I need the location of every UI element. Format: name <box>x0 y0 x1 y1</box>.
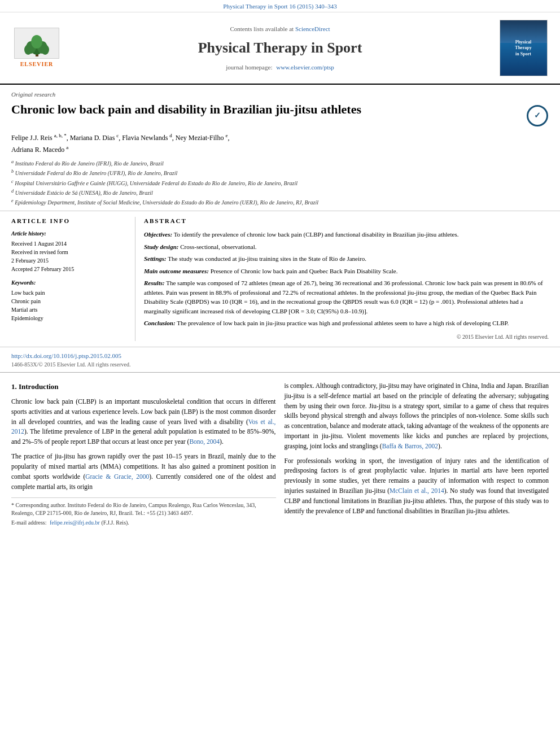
copyright-line: © 2015 Elsevier Ltd. All rights reserved… <box>144 333 549 341</box>
gracie-link[interactable]: Gracie & Gracie, 2000 <box>85 473 149 480</box>
bono-link[interactable]: Bono, 2004 <box>189 438 220 445</box>
elsevier-tree-image <box>14 28 59 59</box>
body-p1-text1: Chronic low back pain (CLBP) is an impor… <box>11 398 276 425</box>
elsevier-logo: ELSEVIER <box>14 28 59 68</box>
conclusion-label: Conclusion: <box>144 320 176 326</box>
author1-name: Felipe J.J. Reis <box>11 134 53 142</box>
abstract-results: Results: The sample was composed of 72 a… <box>144 278 549 316</box>
journal-homepage-line: journal homepage: www.elsevier.com/ptsp <box>226 63 334 72</box>
article-title-row: Chronic low back pain and disability in … <box>11 102 549 127</box>
keyword-1: Low back pain <box>11 289 126 297</box>
abstract-text: Objectives: To identify the prevalence o… <box>144 230 549 341</box>
right-paragraph-1: is complex. Although contradictory, jiu-… <box>285 381 549 452</box>
received-date: Received 1 August 2014 <box>11 240 126 248</box>
journal-header: ELSEVIER Contents lists available at Sci… <box>0 12 560 85</box>
sciencedirect-prefix: Contents lists available at <box>230 25 294 32</box>
sciencedirect-link[interactable]: Contents lists available at ScienceDirec… <box>230 25 330 33</box>
elsevier-brand-text: ELSEVIER <box>20 60 54 68</box>
author2-sup: c <box>116 133 119 138</box>
keyword-2: Chronic pain <box>11 298 126 305</box>
homepage-label: journal homepage: <box>226 64 272 71</box>
corresponding-author-note: * Corresponding author. Instituto Federa… <box>11 501 276 517</box>
email-label: E-mail address: <box>11 519 46 526</box>
journal-title: Physical Therapy in Sport <box>198 38 362 58</box>
affiliation-b: b Universidade Federal do Rio de Janeiro… <box>11 168 549 177</box>
sciencedirect-anchor[interactable]: ScienceDirect <box>295 25 330 32</box>
author3-sup: d <box>169 133 172 138</box>
author1-sup: a, b, * <box>54 133 67 138</box>
svg-point-5 <box>24 45 32 55</box>
body-p1-text2: ). The lifetime prevalence of LBP in the… <box>11 428 276 445</box>
right-p1-text3: ). <box>438 443 442 449</box>
journal-citation-bar: Physical Therapy in Sport 16 (2015) 340–… <box>0 0 560 12</box>
objectives-label: Objectives: <box>144 231 172 238</box>
study-design-label: Study design: <box>144 243 178 250</box>
main-body: 1. Introduction Chronic low back pain (C… <box>0 373 560 534</box>
body-p1-text3: ). <box>220 438 224 445</box>
results-text: The sample was composed of 72 athletes (… <box>144 279 543 314</box>
keyword-4: Epidemiology <box>11 314 126 322</box>
crossmark-icon: ✓ <box>527 105 548 126</box>
revised-date: 2 February 2015 <box>11 257 126 265</box>
keywords-section: Keywords: Low back pain Chronic pain Mar… <box>11 279 126 322</box>
article-info-abstract-section: ARTICLE INFO Article history: Received 1… <box>0 211 560 347</box>
main-outcome-label: Main outcome measures: <box>144 268 209 274</box>
affiliations-section: a Instituto Federal do Rio de Janeiro (I… <box>11 159 549 207</box>
author5-sup: a <box>66 145 68 150</box>
elsevier-logo-section: ELSEVIER <box>0 17 73 79</box>
article-type-label: Original research <box>11 90 549 99</box>
journal-title-section: Contents lists available at ScienceDirec… <box>73 17 487 79</box>
body-paragraph-1: Chronic low back pain (CLBP) is an impor… <box>11 397 276 447</box>
article-header-section: Original research Chronic low back pain … <box>0 85 560 211</box>
affiliation-e: e Epidemiology Department, Institute of … <box>11 198 549 207</box>
article-info-column: ARTICLE INFO Article history: Received 1… <box>11 217 135 341</box>
settings-text: The study was conducted at jiu-jitsu tra… <box>168 255 366 262</box>
homepage-link[interactable]: www.elsevier.com/ptsp <box>276 64 334 71</box>
article-history-label: Article history: <box>11 230 126 238</box>
journal-citation-text: Physical Therapy in Sport 16 (2015) 340–… <box>223 3 336 10</box>
study-design-text: Cross-sectional, observational. <box>180 243 256 250</box>
conclusion-text: The prevalence of low back pain in jiu-j… <box>177 320 509 326</box>
article-info-heading: ARTICLE INFO <box>11 217 126 225</box>
abstract-objectives: Objectives: To identify the prevalence o… <box>144 230 549 239</box>
abstract-settings: Settings: The study was conducted at jiu… <box>144 254 549 264</box>
svg-point-6 <box>41 45 49 55</box>
author4-name: Ney Meziat-Filho <box>176 134 224 142</box>
right-paragraph-2: For professionals working in sport, the … <box>285 456 549 517</box>
revised-label: Received in revised form <box>11 248 126 256</box>
abstract-study-design: Study design: Cross-sectional, observati… <box>144 242 549 252</box>
abstract-column: ABSTRACT Objectives: To identify the pre… <box>144 217 549 341</box>
body-right-column: is complex. Although contradictory, jiu-… <box>285 381 549 528</box>
physical-text: physical <box>321 412 343 419</box>
affiliation-a: a Instituto Federal do Rio de Janeiro (I… <box>11 159 549 168</box>
mcclain-link[interactable]: McClain et al., 2014 <box>390 487 444 494</box>
email-link[interactable]: felipe.reis@ifrj.edu.br <box>50 519 100 526</box>
crossmark-badge: ✓ <box>526 104 549 127</box>
article-title: Chronic low back pain and disability in … <box>11 102 520 118</box>
doi-link[interactable]: http://dx.doi.org/10.1016/j.ptsp.2015.02… <box>11 352 121 359</box>
abstract-heading: ABSTRACT <box>144 217 549 225</box>
footnote-section: * Corresponding author. Instituto Federa… <box>11 497 276 527</box>
author4-sup: e <box>225 133 228 138</box>
keywords-label: Keywords: <box>11 279 126 287</box>
baffa-link[interactable]: Baffa & Barros, 2002 <box>382 443 438 449</box>
settings-label: Settings: <box>144 255 167 262</box>
objectives-text: To identify the prevalence of chronic lo… <box>174 231 459 238</box>
results-label: Results: <box>144 279 165 286</box>
keyword-3: Martial arts <box>11 306 126 314</box>
journal-cover-image: Physical Therapy in Sport <box>500 20 548 76</box>
email-suffix: (F.J.J. Reis). <box>101 519 129 526</box>
main-outcome-text: Presence of Chronic low back pain and Qu… <box>211 268 398 274</box>
accepted-date: Accepted 27 February 2015 <box>11 265 126 273</box>
email-note: E-mail address: felipe.reis@ifrj.edu.br … <box>11 519 276 527</box>
author2-name: Mariana D. Dias <box>70 134 115 142</box>
svg-point-4 <box>31 35 42 49</box>
body-paragraph-2: The practice of jiu-jitsu has grown rapi… <box>11 452 276 492</box>
intro-heading: 1. Introduction <box>11 381 276 392</box>
journal-cover-section: Physical Therapy in Sport <box>487 17 560 79</box>
issn-text: 1466-853X/© 2015 Elsevier Ltd. All right… <box>11 361 549 369</box>
body-left-column: 1. Introduction Chronic low back pain (C… <box>11 381 276 528</box>
affiliation-c: c Hospital Universitário Gaffrée e Guinl… <box>11 178 549 187</box>
author5-name: Adriana R. Macedo <box>11 146 64 154</box>
affiliation-d: d Universidade Estácio de Sá (UNESA), Ri… <box>11 188 549 197</box>
